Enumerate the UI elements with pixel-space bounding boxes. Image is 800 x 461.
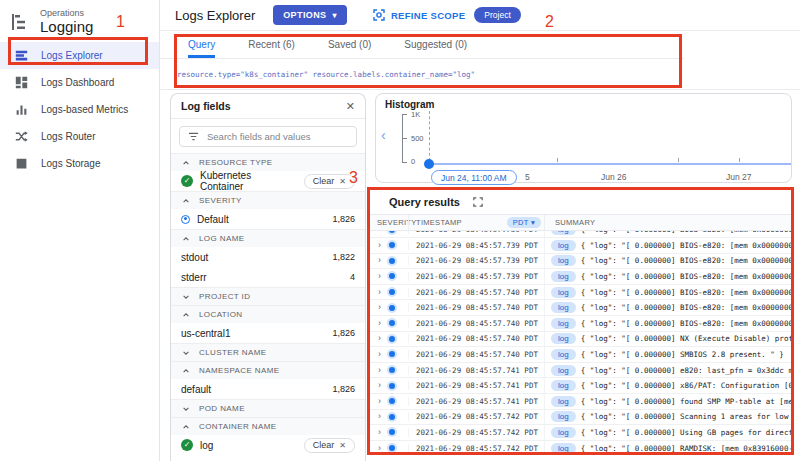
log-field-pill[interactable]: log xyxy=(551,396,576,407)
expand-chevron-icon[interactable]: › xyxy=(378,350,381,359)
row-summary: { "log": "[ 0.000000] SMBIOS 2.8 present… xyxy=(581,350,784,359)
expand-chevron-icon[interactable]: › xyxy=(378,444,381,452)
log-field-section-resource-type[interactable]: RESOURCE TYPE xyxy=(171,153,365,171)
table-row[interactable]: ›2021-06-29 08:45:57.740 PDTlog{ "log": … xyxy=(370,331,791,347)
severity-dot-icon xyxy=(389,383,395,389)
log-field-pill[interactable]: log xyxy=(551,240,576,251)
x-label-jun27: Jun 27 xyxy=(726,172,752,182)
log-field-pill[interactable]: log xyxy=(551,411,576,422)
expand-chevron-icon[interactable]: › xyxy=(378,428,381,437)
log-field-section-severity[interactable]: SEVERITY xyxy=(171,191,365,209)
log-field-section-pod-name[interactable]: POD NAME xyxy=(171,399,365,417)
table-row[interactable]: ›2021-06-29 08:45:57.742 PDTlog{ "log": … xyxy=(370,424,791,440)
log-field-section-container-name[interactable]: CONTAINER NAME xyxy=(171,417,365,435)
sidebar-item-logs-dashboard[interactable]: Logs Dashboard xyxy=(0,69,159,96)
table-row[interactable]: ›2021-06-29 08:45:57.741 PDTlog{ "log": … xyxy=(370,377,791,393)
clear-filter-button[interactable]: Clear✕ xyxy=(304,174,355,189)
histogram-cursor-line xyxy=(429,111,430,161)
tab-recent[interactable]: Recent (6) xyxy=(248,31,295,58)
timezone-selector[interactable]: PDT ▾ xyxy=(507,217,541,228)
tab-saved[interactable]: Saved (0) xyxy=(328,31,371,58)
section-label: CLUSTER NAME xyxy=(199,348,266,357)
table-row[interactable]: ›2021-06-29 08:45:57.740 PDTlog{ "log": … xyxy=(370,346,791,362)
table-row[interactable]: ›2021-06-29 08:45:57.740 PDTlog{ "log": … xyxy=(370,315,791,331)
log-field-section-project-id[interactable]: PROJECT ID xyxy=(171,287,365,305)
log-field-value[interactable]: default1,826 xyxy=(171,379,365,399)
table-row[interactable]: ›2021-06-29 08:45:57.742 PDTlog{ "log": … xyxy=(370,409,791,425)
query-results-panel: Query results SEVERITY TIMESTAMP PDT ▾ S… xyxy=(370,190,791,452)
scope-badge[interactable]: Project xyxy=(474,7,520,23)
log-field-pill[interactable]: log xyxy=(551,365,576,376)
clear-filter-button[interactable]: Clear✕ xyxy=(304,438,355,453)
expand-chevron-icon[interactable]: › xyxy=(378,241,381,250)
col-summary[interactable]: SUMMARY xyxy=(544,215,791,230)
severity-default-icon xyxy=(181,215,190,224)
log-field-value[interactable]: stderr4 xyxy=(171,267,365,287)
sidebar-item-logs-storage[interactable]: Logs Storage xyxy=(0,150,159,177)
query-editor[interactable]: resource.type="k8s_container" resource.l… xyxy=(160,59,800,89)
log-field-value[interactable]: ✓logClear✕ xyxy=(171,435,365,455)
row-timestamp: 2021-06-29 08:45:57.739 PDT xyxy=(408,272,544,281)
sidebar-item-logs-explorer[interactable]: Logs Explorer xyxy=(0,42,159,69)
refine-scope-button[interactable]: REFINE SCOPE xyxy=(373,9,465,21)
table-row[interactable]: ›2021-06-29 08:45:57.740 PDTlog{ "log": … xyxy=(370,299,791,315)
expand-chevron-icon[interactable]: › xyxy=(378,256,381,265)
log-field-value[interactable]: us-central11,826 xyxy=(171,323,365,343)
expand-chevron-icon[interactable]: › xyxy=(378,303,381,312)
severity-dot-icon xyxy=(389,351,395,357)
col-severity[interactable]: SEVERITY xyxy=(370,218,408,227)
row-summary: { "log": "[ 0.000000] RAMDISK: [mem 0x83… xyxy=(581,444,791,452)
close-icon[interactable]: ✕ xyxy=(346,100,355,113)
table-row[interactable]: ›2021-06-29 08:45:57.741 PDTlog{ "log": … xyxy=(370,362,791,378)
expand-chevron-icon[interactable]: › xyxy=(378,319,381,328)
log-field-pill[interactable]: log xyxy=(551,302,576,313)
histogram-scroll-left-icon[interactable]: ‹ xyxy=(381,127,386,143)
tab-suggested[interactable]: Suggested (0) xyxy=(404,31,467,58)
histogram-start-date-pill[interactable]: Jun 24, 11:00 AM xyxy=(431,170,517,185)
field-value-label: stdout xyxy=(181,252,208,263)
options-button[interactable]: OPTIONS ▾ xyxy=(273,5,347,25)
histogram-range-handle[interactable] xyxy=(424,159,434,169)
log-field-pill[interactable]: log xyxy=(551,271,576,282)
log-fields-search[interactable] xyxy=(179,126,357,147)
expand-chevron-icon[interactable]: › xyxy=(378,412,381,421)
table-row[interactable]: ›2021-06-29 08:45:57.740 PDTlog{ "log": … xyxy=(370,284,791,300)
table-row[interactable]: ›2021-06-29 08:45:57.739 PDTlog{ "log": … xyxy=(370,268,791,284)
log-field-pill[interactable]: log xyxy=(551,287,576,298)
fullscreen-icon[interactable] xyxy=(473,197,483,207)
table-row[interactable]: ›2021-06-29 08:45:57.742 PDTlog{ "log": … xyxy=(370,440,791,452)
col-timestamp[interactable]: TIMESTAMP PDT ▾ xyxy=(408,215,544,230)
table-row[interactable]: ›2021-06-29 08:45:57.741 PDTlog{ "log": … xyxy=(370,393,791,409)
expand-chevron-icon[interactable]: › xyxy=(378,231,381,234)
log-field-section-cluster-name[interactable]: CLUSTER NAME xyxy=(171,343,365,361)
expand-chevron-icon[interactable]: › xyxy=(378,381,381,390)
log-field-section-log-name[interactable]: LOG NAME xyxy=(171,229,365,247)
search-input[interactable] xyxy=(207,131,347,142)
log-field-pill[interactable]: log xyxy=(551,349,576,360)
log-field-pill[interactable]: log xyxy=(551,255,576,266)
tab-query[interactable]: Query xyxy=(188,31,215,58)
log-field-pill[interactable]: log xyxy=(551,318,576,329)
log-field-pill[interactable]: log xyxy=(551,443,576,452)
log-field-value[interactable]: stdout1,822 xyxy=(171,247,365,267)
expand-chevron-icon[interactable]: › xyxy=(378,334,381,343)
sidebar-item-logs-router[interactable]: Logs Router xyxy=(0,123,159,150)
log-field-value[interactable]: ✓Kubernetes ContainerClear✕ xyxy=(171,171,365,191)
log-field-section-namespace-name[interactable]: NAMESPACE NAME xyxy=(171,361,365,379)
x-label-partial: 5 xyxy=(525,172,530,182)
expand-chevron-icon[interactable]: › xyxy=(378,397,381,406)
log-field-pill[interactable]: log xyxy=(551,231,576,235)
expand-chevron-icon[interactable]: › xyxy=(378,366,381,375)
log-field-pill[interactable]: log xyxy=(551,380,576,391)
sidebar-item-logs-based-metrics[interactable]: Logs-based Metrics xyxy=(0,96,159,123)
table-row[interactable]: ›2021-06-29 08:45:57.739 PDTlog{ "log": … xyxy=(370,237,791,253)
log-field-value[interactable]: Default1,826 xyxy=(171,209,365,229)
query-results-title: Query results xyxy=(389,196,460,208)
expand-chevron-icon[interactable]: › xyxy=(378,288,381,297)
expand-chevron-icon[interactable]: › xyxy=(378,272,381,281)
row-summary: { "log": "[ 0.000000] e820: last_pfn = 0… xyxy=(581,366,791,375)
log-field-section-location[interactable]: LOCATION xyxy=(171,305,365,323)
table-row[interactable]: ›2021-06-29 08:45:57.739 PDTlog{ "log": … xyxy=(370,253,791,269)
log-field-pill[interactable]: log xyxy=(551,427,576,438)
log-field-pill[interactable]: log xyxy=(551,333,576,344)
